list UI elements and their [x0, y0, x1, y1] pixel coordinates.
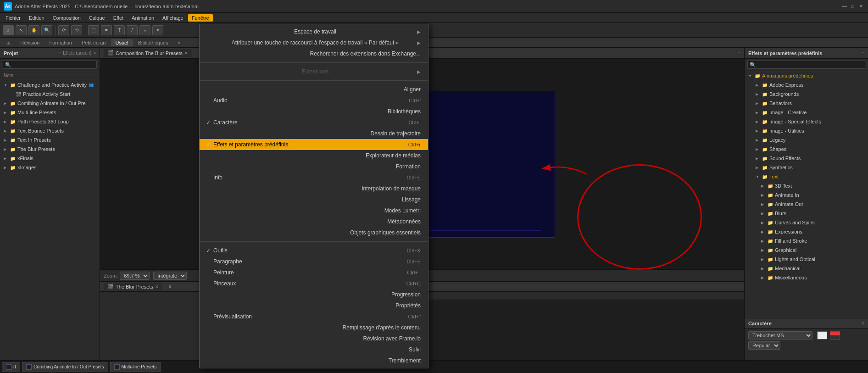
- ws-tab-bibliotheques[interactable]: Bibliothèques: [134, 39, 173, 46]
- project-search-input[interactable]: [3, 61, 97, 69]
- menu-animation[interactable]: Animation: [128, 14, 158, 22]
- menu-item-proprietes[interactable]: Propriétés: [200, 300, 428, 311]
- effect-image-utilities[interactable]: ▶ 📁 Image - Utilities: [745, 126, 868, 135]
- effect-image-creative[interactable]: ▶ 📁 Image - Creative: [745, 108, 868, 117]
- menu-affichage[interactable]: Affichage: [159, 14, 187, 22]
- comp-panel-menu[interactable]: ≡: [738, 50, 740, 56]
- menu-item-biblio[interactable]: Bibliothèques: [200, 106, 428, 117]
- menu-item-aligner[interactable]: Aligner: [200, 84, 428, 95]
- effect-animate-in[interactable]: ▶ 📁 Animate In: [745, 190, 868, 200]
- line-tool[interactable]: /: [127, 25, 138, 35]
- effect-adobe-express[interactable]: ▶ 📁 Adobe Express: [745, 80, 868, 89]
- tree-challenge[interactable]: ▼ 📁 Challenge and Practice Activity 👥: [0, 80, 100, 89]
- menu-item-progression[interactable]: Progression: [200, 289, 428, 300]
- menu-item-extensions[interactable]: Extensions ▶: [200, 66, 428, 77]
- ws-tab-usuel[interactable]: Usuel: [111, 39, 133, 46]
- menu-item-raccourci[interactable]: Attribuer une touche de raccourci à l'es…: [200, 37, 428, 48]
- char-panel-menu-icon[interactable]: ≡: [862, 321, 864, 326]
- close-button[interactable]: ✕: [858, 3, 864, 10]
- tree-multiline[interactable]: ▶ 📁 Multi-line Presets: [0, 108, 100, 117]
- tree-comibing[interactable]: ▶ 📁 Comibing Animate In / Out Pre: [0, 99, 100, 108]
- effects-expand-icon[interactable]: »: [93, 50, 96, 56]
- menu-item-lissage[interactable]: Lissage: [200, 194, 428, 205]
- effect-shapes[interactable]: ▶ 📁 Shapes: [745, 145, 868, 154]
- menu-item-pinceaux[interactable]: Pinceaux Ctrl+Ç: [200, 278, 428, 289]
- menu-item-metadonnees[interactable]: Métadonnées: [200, 216, 428, 227]
- menu-item-peinture[interactable]: Peinture Ctrl+_: [200, 267, 428, 278]
- ws-tab-revision[interactable]: Révision: [16, 39, 44, 46]
- effects-search-input[interactable]: [747, 61, 865, 69]
- comp-tab-blur[interactable]: 🎬 Composition The Blur Presets ✕: [104, 49, 192, 57]
- menu-item-formation[interactable]: Formation: [200, 161, 428, 172]
- style-select[interactable]: Regular: [748, 341, 780, 350]
- text-tool[interactable]: T: [114, 25, 125, 35]
- effect-fill-stroke[interactable]: ▶ 📁 Fill and Stroke: [745, 236, 868, 245]
- undo-tool[interactable]: ⟲: [71, 25, 82, 35]
- menu-item-effets[interactable]: ✓ Effets et paramètres prédéfinis Ctrl+(: [200, 139, 428, 150]
- menu-edition[interactable]: Edition: [25, 14, 48, 22]
- effect-mechanical[interactable]: ▶ 📁 Mechanical: [745, 264, 868, 273]
- effect-curves-spins[interactable]: ▶ 📁 Curves and Spins: [745, 218, 868, 227]
- tree-xfinals[interactable]: ▶ 📁 xFinals: [0, 154, 100, 163]
- rect-tool[interactable]: ⬚: [88, 25, 99, 35]
- tree-theblur[interactable]: ▶ 📁 The Blur Presets: [0, 145, 100, 154]
- menu-item-paragraphe[interactable]: Paragraphe Ctrl+È: [200, 256, 428, 267]
- timeline-tab-close[interactable]: ✕: [155, 284, 159, 289]
- effect-animate-out[interactable]: ▶ 📁 Animate Out: [745, 200, 868, 209]
- menu-item-tremblement[interactable]: Tremblement: [200, 355, 428, 366]
- quality-select[interactable]: Intégrale: [153, 272, 187, 280]
- ws-tab-more[interactable]: »: [173, 39, 185, 46]
- ws-tab-petit-ecran[interactable]: Petit écran: [77, 39, 111, 46]
- menu-item-modes[interactable]: Modes Lumetri: [200, 205, 428, 216]
- project-panel-menu-icon[interactable]: ≡: [59, 50, 61, 56]
- zoom-tool[interactable]: 🔍: [41, 25, 52, 35]
- select-tool[interactable]: ↖: [16, 25, 27, 35]
- tree-ximages[interactable]: ▶ 📁 xImages: [0, 163, 100, 172]
- menu-item-rechercher[interactable]: Rechercher des extensions dans Exchange.…: [200, 48, 428, 59]
- effect-backgrounds[interactable]: ▶ 📁 Backgrounds: [745, 89, 868, 99]
- star-tool[interactable]: ✦: [152, 25, 163, 35]
- menu-item-prevalisation[interactable]: Prévisualisation Ctrl+": [200, 311, 428, 322]
- menu-calque[interactable]: Calque: [85, 14, 109, 22]
- effect-legacy[interactable]: ▶ 📁 Legacy: [745, 135, 868, 145]
- effect-text[interactable]: ▼ 📁 Text: [745, 172, 868, 181]
- menu-item-explorateur[interactable]: Explorateur de médias: [200, 150, 428, 161]
- menu-item-suivi[interactable]: Suivi: [200, 344, 428, 355]
- taskbar-comibing[interactable]: Comibing Animate In / Out Presets: [22, 362, 108, 372]
- menu-fenetre[interactable]: Fenêtre: [188, 14, 213, 22]
- ws-tab-ut[interactable]: ut: [2, 39, 15, 46]
- effect-3dtext[interactable]: ▶ 📁 3D Text: [745, 181, 868, 190]
- menu-composition[interactable]: Composition: [49, 14, 84, 22]
- ws-tab-formation[interactable]: Formation: [45, 39, 77, 46]
- hand-tool[interactable]: ✋: [28, 25, 39, 35]
- effects-panel-menu-icon[interactable]: ≡: [862, 50, 864, 56]
- effect-synthetics[interactable]: ▶ 📁 Synthetics: [745, 163, 868, 172]
- taskbar-start[interactable]: rt: [2, 362, 20, 372]
- home-tool[interactable]: ⌂: [3, 25, 14, 35]
- effect-lights-optical[interactable]: ▶ 📁 Lights and Optical: [745, 255, 868, 264]
- effect-miscellaneous[interactable]: ▶ 📁 Miscellaneous: [745, 273, 868, 282]
- timeline-options[interactable]: ≡: [169, 284, 172, 289]
- menu-item-dessin[interactable]: Dessin de trajectoire: [200, 128, 428, 139]
- taskbar-multiline[interactable]: Multi-line Presets: [110, 362, 161, 372]
- pen-tool[interactable]: ✒: [101, 25, 112, 35]
- effect-blurs[interactable]: ▶ 📁 Blurs: [745, 209, 868, 218]
- tree-practice[interactable]: 🎬 Practice Activity Start: [0, 89, 100, 99]
- maximize-button[interactable]: □: [850, 3, 856, 10]
- tree-path360[interactable]: ▶ 📁 Path Presets 360 Loop: [0, 117, 100, 126]
- effect-sound[interactable]: ▶ 📁 Sound Effects: [745, 154, 868, 163]
- menu-item-objets[interactable]: Objets graphiques essentiels: [200, 227, 428, 238]
- menu-item-caractere[interactable]: ✓ Caractère Ctrl+!: [200, 117, 428, 128]
- comp-tab-close[interactable]: ✕: [184, 51, 188, 56]
- effect-expressions[interactable]: ▶ 📁 Expressions: [745, 227, 868, 236]
- menu-effet[interactable]: Effet: [110, 14, 127, 22]
- rotate-tool[interactable]: ⟳: [58, 25, 69, 35]
- effect-behaviors[interactable]: ▶ 📁 Behaviors: [745, 99, 868, 108]
- effect-animations-predefinies[interactable]: ▼ 📁 Animations prédéfinies: [745, 71, 868, 80]
- effect-graphical[interactable]: ▶ 📁 Graphical: [745, 245, 868, 255]
- timeline-tab[interactable]: 🎬 The Blur Presets ✕: [104, 283, 162, 290]
- effect-image-special[interactable]: ▶ 📁 Image - Special Effects: [745, 117, 868, 126]
- menu-item-espace-travail[interactable]: Espace de travail ▶: [200, 26, 428, 37]
- menu-item-outils[interactable]: ✓ Outils Ctrl+&: [200, 245, 428, 256]
- menu-fichier[interactable]: Fichier: [2, 14, 24, 22]
